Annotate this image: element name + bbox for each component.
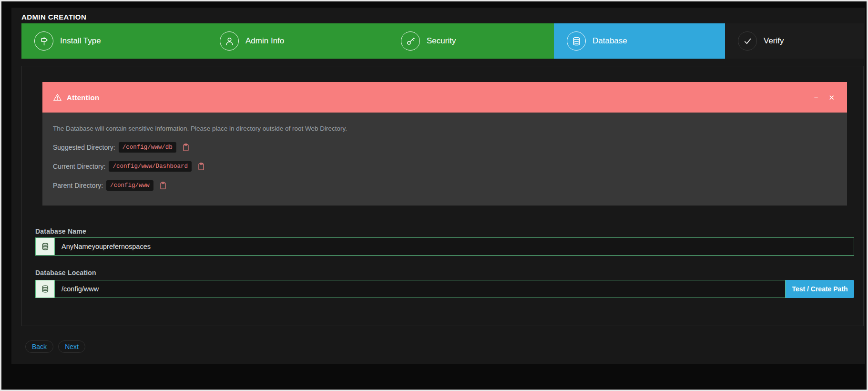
minimize-icon[interactable]: − bbox=[812, 93, 820, 102]
close-icon[interactable]: ✕ bbox=[827, 93, 837, 102]
database-location-box bbox=[35, 280, 786, 298]
copy-clipboard-icon[interactable] bbox=[197, 162, 205, 171]
attention-alert-header: Attention − ✕ bbox=[42, 82, 847, 113]
step-label: Admin Info bbox=[245, 36, 284, 46]
database-name-label: Database Name bbox=[35, 227, 86, 235]
test-create-path-button[interactable]: Test / Create Path bbox=[786, 280, 854, 298]
signpost-icon bbox=[34, 31, 53, 51]
step-database[interactable]: Database bbox=[554, 23, 725, 59]
database-icon bbox=[36, 238, 55, 255]
page-title: ADMIN CREATION bbox=[21, 13, 86, 21]
alert-title: Attention bbox=[67, 93, 100, 102]
database-icon bbox=[36, 280, 55, 298]
database-location-label: Database Location bbox=[35, 269, 96, 277]
database-icon bbox=[567, 31, 586, 51]
attention-alert: Attention − ✕ The Database will contain … bbox=[42, 82, 847, 206]
directory-label: Parent Directory: bbox=[53, 182, 103, 189]
directory-path: /config/www/db bbox=[119, 142, 176, 153]
key-icon bbox=[401, 31, 420, 51]
step-verify[interactable]: Verify bbox=[725, 23, 864, 59]
alert-message: The Database will contain sensitive info… bbox=[53, 125, 837, 132]
back-button[interactable]: Back bbox=[25, 340, 53, 353]
database-name-input[interactable] bbox=[55, 238, 854, 255]
step-admin-info[interactable]: Admin Info bbox=[207, 23, 388, 59]
warning-icon bbox=[53, 93, 62, 102]
suggested-directory-row: Suggested Directory: /config/www/db bbox=[53, 142, 837, 153]
directory-label: Current Directory: bbox=[53, 163, 105, 170]
check-icon bbox=[738, 31, 757, 51]
step-label: Security bbox=[427, 36, 456, 46]
screen: ADMIN CREATION Install Type bbox=[0, 0, 868, 391]
next-button[interactable]: Next bbox=[58, 340, 85, 353]
admin-creation-page: ADMIN CREATION Install Type bbox=[11, 8, 865, 364]
database-location-group: Test / Create Path bbox=[35, 280, 854, 298]
attention-alert-body: The Database will contain sensitive info… bbox=[42, 113, 847, 206]
step-label: Database bbox=[592, 36, 627, 46]
step-security[interactable]: Security bbox=[388, 23, 554, 59]
step-label: Install Type bbox=[60, 36, 101, 46]
directory-path: /config/www/Dashboard bbox=[109, 161, 192, 172]
directory-path: /config/www bbox=[106, 180, 153, 191]
database-name-group bbox=[35, 237, 854, 256]
directory-label: Suggested Directory: bbox=[53, 144, 115, 151]
step-label: Verify bbox=[764, 36, 784, 46]
database-location-input[interactable] bbox=[55, 280, 785, 298]
parent-directory-row: Parent Directory: /config/www bbox=[53, 180, 837, 191]
wizard-stepper: Install Type Admin Info bbox=[21, 23, 864, 59]
step-install-type[interactable]: Install Type bbox=[21, 23, 207, 59]
current-directory-row: Current Directory: /config/www/Dashboard bbox=[53, 161, 837, 172]
alert-tools: − ✕ bbox=[812, 93, 837, 102]
person-icon bbox=[220, 31, 239, 51]
copy-clipboard-icon[interactable] bbox=[182, 143, 190, 152]
copy-clipboard-icon[interactable] bbox=[159, 181, 167, 190]
wizard-footer: Back Next bbox=[25, 340, 85, 353]
